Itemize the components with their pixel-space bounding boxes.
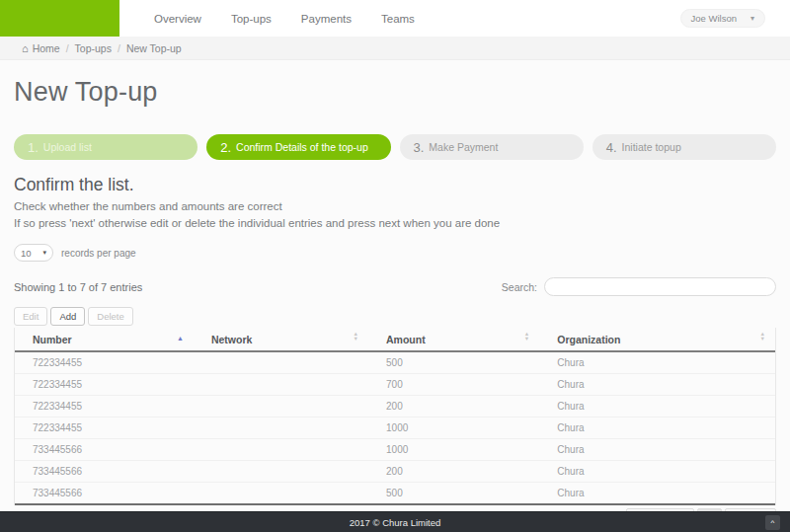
cell-organization: Chura [539, 439, 775, 461]
breadcrumb: ⌂ Home / Top-ups / New Top-up [0, 37, 790, 60]
user-menu[interactable]: Joe Wilson ▾ [680, 9, 765, 28]
showing-entries-text: Showing 1 to 7 of 7 entries [14, 281, 142, 293]
breadcrumb-separator: / [66, 42, 69, 54]
cell-amount: 1000 [368, 418, 539, 439]
table-row[interactable]: 7334455661000Chura [15, 439, 775, 461]
cell-organization: Chura [539, 351, 775, 374]
table-row[interactable]: 722334455700Chura [15, 374, 775, 396]
cell-organization: Chura [539, 418, 775, 439]
cell-number: 722334455 [15, 351, 194, 374]
breadcrumb-topups[interactable]: Top-ups [75, 42, 112, 54]
step-confirm-details[interactable]: 2. Confirm Details of the top-up [206, 134, 390, 160]
table-body: 722334455500Chura722334455700Chura722334… [15, 351, 775, 504]
footer: 2017 © Chura Limited ^ [0, 511, 790, 532]
cell-amount: 700 [368, 374, 539, 396]
step-number: 1. [28, 140, 39, 155]
top-navbar: Overview Top-ups Payments Teams Joe Wils… [0, 0, 790, 37]
column-header-network[interactable]: Network ▲ ▼ [194, 328, 368, 351]
cell-network [194, 351, 368, 374]
table-toolbar: Edit Add Delete [14, 307, 776, 326]
description-line-2: If so press 'next' otherwise edit or del… [14, 215, 776, 232]
column-label: Organization [557, 334, 620, 345]
home-icon: ⌂ [22, 42, 29, 54]
table-row[interactable]: 733445566200Chura [15, 461, 775, 483]
step-initiate-topup: 4. Initiate topup [592, 134, 776, 160]
cell-amount: 500 [368, 483, 539, 505]
nav-item-payments[interactable]: Payments [286, 13, 366, 25]
step-number: 2. [220, 140, 231, 155]
select-caret-icon: ▾ [42, 249, 46, 257]
column-label: Number [33, 334, 72, 345]
caret-up-icon: ^ [771, 518, 775, 527]
delete-button[interactable]: Delete [88, 307, 132, 326]
cell-number: 722334455 [15, 374, 194, 396]
step-make-payment: 3. Make Payment [400, 134, 584, 160]
nav-item-topups[interactable]: Top-ups [216, 13, 286, 25]
column-header-amount[interactable]: Amount ▲ ▼ [368, 328, 539, 351]
records-per-page-label: records per page [61, 248, 136, 259]
breadcrumb-new-topup: New Top-up [126, 42, 182, 54]
sort-down-arrow: ▼ [354, 337, 358, 342]
scroll-to-top-button[interactable]: ^ [765, 515, 780, 530]
table-row[interactable]: 7223344551000Chura [15, 418, 775, 439]
cell-network [194, 418, 368, 439]
step-label: Make Payment [429, 141, 498, 153]
sort-icon: ▲ ▼ [524, 332, 529, 341]
breadcrumb-home[interactable]: Home [33, 42, 60, 54]
cell-organization: Chura [539, 396, 775, 418]
column-label: Network [211, 334, 252, 345]
section-description: Check whether the numbers and amounts ar… [14, 198, 776, 231]
description-line-1: Check whether the numbers and amounts ar… [14, 198, 776, 215]
table-row[interactable]: 722334455500Chura [15, 351, 775, 374]
add-button[interactable]: Add [50, 307, 85, 326]
page-title: New Top-up [14, 77, 776, 108]
chevron-down-icon: ▾ [750, 14, 754, 23]
sort-icon: ▲ ▼ [760, 332, 765, 341]
topup-table: Number ▲ Network ▲ ▼ Amount ▲ [14, 328, 776, 505]
cell-number: 733445566 [15, 483, 194, 505]
cell-amount: 500 [368, 351, 539, 374]
cell-network [194, 483, 368, 505]
nav-item-overview[interactable]: Overview [139, 13, 216, 25]
sort-icon: ▲ ▼ [354, 332, 358, 341]
nav-item-teams[interactable]: Teams [366, 13, 430, 25]
step-number: 4. [606, 140, 617, 155]
breadcrumb-separator: / [118, 42, 120, 54]
column-header-number[interactable]: Number ▲ [15, 328, 194, 351]
table-row[interactable]: 722334455200Chura [15, 396, 775, 418]
search-label: Search: [502, 281, 537, 293]
sort-down-arrow: ▼ [524, 337, 529, 342]
cell-organization: Chura [539, 483, 775, 505]
column-header-organization[interactable]: Organization ▲ ▼ [539, 328, 775, 351]
cell-number: 733445566 [15, 439, 194, 461]
main-nav: Overview Top-ups Payments Teams [119, 0, 430, 37]
cell-number: 722334455 [15, 396, 194, 418]
search-input[interactable] [544, 277, 776, 296]
cell-network [194, 461, 368, 483]
cell-amount: 200 [368, 396, 539, 418]
cell-number: 722334455 [15, 418, 194, 439]
step-number: 3. [414, 140, 425, 155]
cell-network [194, 439, 368, 461]
sort-ascending-icon: ▲ [177, 335, 184, 342]
brand-logo[interactable] [0, 0, 119, 37]
user-name: Joe Wilson [691, 13, 737, 24]
records-per-page-select[interactable]: 10 ▾ [14, 244, 53, 262]
cell-amount: 200 [368, 461, 539, 483]
search-area: Search: [502, 277, 776, 296]
cell-number: 733445566 [15, 461, 194, 483]
cell-organization: Chura [539, 461, 775, 483]
step-upload-list[interactable]: 1. Upload list [14, 134, 198, 160]
column-label: Amount [386, 334, 426, 345]
section-heading: Confirm the list. [14, 175, 776, 195]
table-header-row: Number ▲ Network ▲ ▼ Amount ▲ [15, 328, 775, 351]
records-per-page-value: 10 [21, 248, 32, 259]
records-per-page-row: 10 ▾ records per page [14, 244, 776, 262]
copyright-text: 2017 © Chura Limited [350, 517, 441, 528]
cell-amount: 1000 [368, 439, 539, 461]
step-label: Upload list [43, 141, 92, 153]
cell-network [194, 396, 368, 418]
table-row[interactable]: 733445566500Chura [15, 483, 775, 505]
edit-button[interactable]: Edit [14, 307, 47, 326]
sort-down-arrow: ▼ [760, 337, 765, 342]
